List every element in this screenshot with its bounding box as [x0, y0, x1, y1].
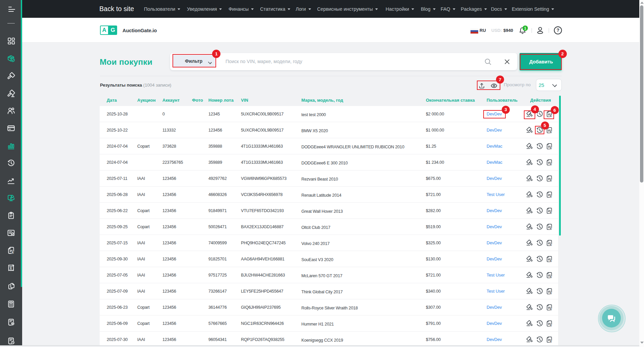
- svg-text:$: $: [550, 291, 552, 295]
- svg-text:$: $: [550, 162, 552, 166]
- svg-text:$: $: [10, 267, 12, 270]
- svg-text:$: $: [12, 250, 14, 254]
- svg-text:$: $: [550, 324, 552, 327]
- svg-text:$: $: [550, 195, 552, 198]
- svg-text:$: $: [550, 146, 552, 150]
- svg-text:$: $: [550, 275, 552, 279]
- svg-text:$: $: [550, 227, 552, 230]
- svg-text:$: $: [550, 340, 552, 343]
- svg-text:$: $: [550, 211, 552, 214]
- svg-text:$: $: [550, 307, 552, 311]
- svg-text:$: $: [550, 243, 552, 246]
- svg-text:$: $: [550, 179, 552, 182]
- svg-text:$: $: [550, 259, 552, 262]
- svg-text:?: ?: [556, 28, 559, 33]
- svg-text:$: $: [550, 130, 552, 134]
